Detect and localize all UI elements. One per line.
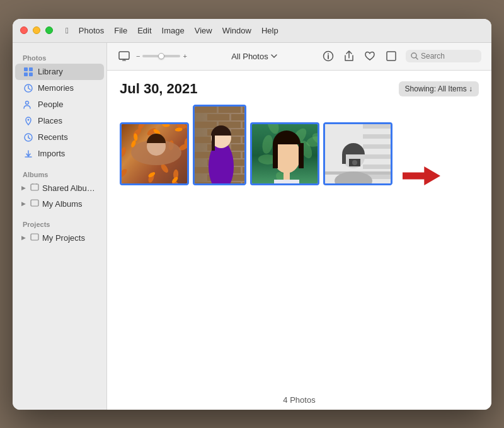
toolbar-left: − + xyxy=(117,50,187,62)
sidebar-item-memories[interactable]: Memories xyxy=(15,80,104,96)
places-icon xyxy=(23,115,34,127)
my-projects-icon xyxy=(30,232,40,244)
sidebar-divider-2 xyxy=(13,212,106,217)
all-photos-dropdown[interactable]: All Photos xyxy=(231,52,277,61)
sidebar-item-people[interactable]: People xyxy=(15,96,104,113)
info-button[interactable] xyxy=(321,49,335,63)
main-layout: Photos Library xyxy=(13,43,491,410)
svg-rect-8 xyxy=(31,184,38,190)
sidebar-item-imports[interactable]: Imports xyxy=(15,146,104,162)
svg-rect-3 xyxy=(29,72,33,76)
recents-icon xyxy=(23,132,34,143)
sidebar-item-imports-label: Imports xyxy=(38,149,65,158)
sidebar-item-shared-albums[interactable]: ▶ Shared Albu… xyxy=(15,180,104,196)
toolbar-right xyxy=(321,49,481,63)
sidebar-divider-1 xyxy=(13,162,106,167)
sidebar-item-recents[interactable]: Recents xyxy=(15,129,104,146)
zoom-control: − + xyxy=(136,52,187,60)
svg-point-6 xyxy=(28,119,30,120)
app-window:  Photos File Edit Image View Window Hel… xyxy=(13,19,491,410)
sidebar-item-shared-albums-label: Shared Albu… xyxy=(42,183,95,193)
arrow-indicator xyxy=(403,166,440,185)
maximize-button[interactable] xyxy=(45,26,53,34)
photo-item-1[interactable] xyxy=(120,122,189,185)
menu-apple[interactable]:  xyxy=(66,26,69,35)
svg-rect-1 xyxy=(29,67,33,71)
menu-file[interactable]: File xyxy=(114,26,127,35)
photo-item-4[interactable] xyxy=(323,122,392,185)
all-photos-label: All Photos xyxy=(231,52,268,61)
menu-image[interactable]: Image xyxy=(162,26,185,35)
sidebar-item-places-label: Places xyxy=(38,116,62,125)
imports-icon xyxy=(23,148,34,159)
albums-section-label: Albums xyxy=(13,167,106,180)
sidebar-item-places[interactable]: Places xyxy=(15,113,104,129)
menu-help[interactable]: Help xyxy=(261,26,278,35)
toolbar-center: All Photos xyxy=(195,52,314,61)
sidebar-item-my-albums[interactable]: ▶ My Albums xyxy=(15,196,104,212)
content-header: Jul 30, 2021 Showing: All Items ↓ xyxy=(107,71,491,105)
svg-marker-20 xyxy=(403,166,440,185)
svg-point-16 xyxy=(328,54,329,55)
content-spacer xyxy=(107,198,491,390)
menu-edit[interactable]: Edit xyxy=(137,26,151,35)
zoom-plus-button[interactable]: + xyxy=(183,52,186,60)
minimize-button[interactable] xyxy=(33,26,40,34)
chevron-right-icon-3: ▶ xyxy=(21,234,26,241)
svg-rect-0 xyxy=(24,67,28,71)
photo-canvas-2 xyxy=(195,107,246,185)
sidebar-item-my-projects-label: My Projects xyxy=(42,233,85,243)
svg-rect-11 xyxy=(119,52,129,59)
people-icon xyxy=(23,99,34,110)
svg-rect-9 xyxy=(31,200,38,206)
photos-grid xyxy=(107,105,491,198)
favorite-button[interactable] xyxy=(363,50,377,62)
titlebar:  Photos File Edit Image View Window Hel… xyxy=(13,19,491,43)
menu-view[interactable]: View xyxy=(195,26,212,35)
zoom-slider[interactable] xyxy=(142,55,180,57)
svg-rect-17 xyxy=(387,52,396,61)
sidebar-item-library-label: Library xyxy=(38,67,63,76)
sidebar-item-my-projects[interactable]: ▶ My Projects xyxy=(15,230,104,246)
menu-window[interactable]: Window xyxy=(222,26,251,35)
sidebar-item-recents-label: Recents xyxy=(38,132,68,142)
photo-item-3[interactable] xyxy=(250,122,319,185)
search-icon xyxy=(411,52,418,60)
shared-albums-icon xyxy=(30,182,40,194)
photo-canvas-3 xyxy=(252,124,319,185)
memories-icon xyxy=(23,83,34,94)
sidebar-item-memories-label: Memories xyxy=(38,83,74,93)
showing-all-items-button[interactable]: Showing: All Items ↓ xyxy=(399,81,479,96)
red-arrow-icon xyxy=(403,166,440,185)
search-box[interactable] xyxy=(406,50,481,62)
projects-section-label: Projects xyxy=(13,217,106,230)
my-albums-icon xyxy=(30,198,40,210)
date-heading: Jul 30, 2021 xyxy=(120,81,198,97)
menu-photos[interactable]: Photos xyxy=(79,26,104,35)
library-icon xyxy=(23,66,34,78)
svg-rect-10 xyxy=(31,234,38,240)
svg-rect-2 xyxy=(24,72,28,76)
chevron-right-icon-2: ▶ xyxy=(21,200,26,207)
zoom-minus-button[interactable]: − xyxy=(136,52,140,60)
share-button[interactable] xyxy=(343,49,355,63)
search-input[interactable] xyxy=(421,52,471,61)
sidebar-item-library[interactable]: Library xyxy=(15,64,104,80)
photo-canvas-4 xyxy=(325,124,392,185)
menu-bar:  Photos File Edit Image View Window Hel… xyxy=(66,26,278,35)
sidebar-item-people-label: People xyxy=(38,100,63,109)
crop-button[interactable] xyxy=(384,49,398,63)
photos-section-label: Photos xyxy=(13,50,106,64)
slideshow-button[interactable] xyxy=(117,50,131,62)
photos-count: 4 Photos xyxy=(107,390,491,410)
close-button[interactable] xyxy=(20,26,28,34)
toolbar: − + All Photos xyxy=(107,43,491,71)
svg-point-5 xyxy=(26,101,29,104)
photo-canvas-1 xyxy=(122,124,189,185)
svg-line-19 xyxy=(416,57,418,59)
sidebar: Photos Library xyxy=(13,43,107,410)
sidebar-item-my-albums-label: My Albums xyxy=(42,199,83,209)
zoom-slider-thumb[interactable] xyxy=(158,53,164,59)
photo-item-2[interactable] xyxy=(193,105,246,185)
content-area: Jul 30, 2021 Showing: All Items ↓ xyxy=(107,71,491,410)
